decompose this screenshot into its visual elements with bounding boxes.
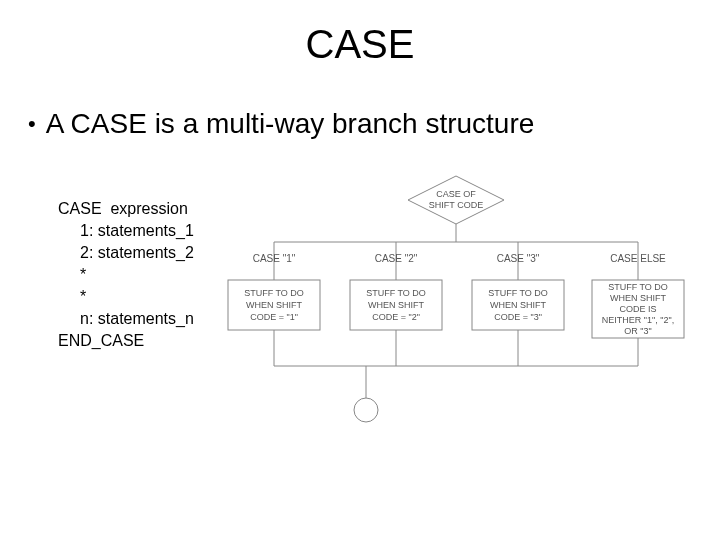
box1-l2: WHEN SHIFT [246,300,302,310]
code-line: n: statements_n [58,308,194,330]
code-line: 1: statements_1 [58,220,194,242]
box4-l1: STUFF TO DO [608,282,668,292]
box1-l1: STUFF TO DO [244,288,304,298]
branch-label-else: CASE ELSE [610,253,666,264]
box1-l3: CODE = "1" [250,312,298,322]
box3-l1: STUFF TO DO [488,288,548,298]
box2-l1: STUFF TO DO [366,288,426,298]
branch-label-3: CASE "3" [497,253,540,264]
slide-title: CASE [0,22,720,67]
box4-l2: WHEN SHIFT [610,293,666,303]
code-line: 2: statements_2 [58,242,194,264]
box4-l3: CODE IS [619,304,656,314]
code-line: * [58,286,194,308]
bullet-dot-icon: • [28,108,36,140]
bullet-row: • A CASE is a multi-way branch structure [28,108,534,140]
box4-l4: NEITHER "1", "2", [602,315,674,325]
box2-l2: WHEN SHIFT [368,300,424,310]
code-line: CASE expression [58,198,194,220]
box4-l5: OR "3" [624,326,651,336]
branch-label-2: CASE "2" [375,253,418,264]
branch-label-1: CASE "1" [253,253,296,264]
box3-l3: CODE = "3" [494,312,542,322]
decision-label-1: CASE OF [436,189,476,199]
terminator-icon [354,398,378,422]
bullet-text: A CASE is a multi-way branch structure [46,108,535,140]
box2-l3: CODE = "2" [372,312,420,322]
decision-label-2: SHIFT CODE [429,200,483,210]
box3-l2: WHEN SHIFT [490,300,546,310]
flowchart-diagram: CASE OF SHIFT CODE CASE "1" CASE "2" CAS… [206,170,706,440]
code-line: * [58,264,194,286]
case-pseudocode: CASE expression 1: statements_1 2: state… [58,198,194,352]
code-line: END_CASE [58,330,194,352]
